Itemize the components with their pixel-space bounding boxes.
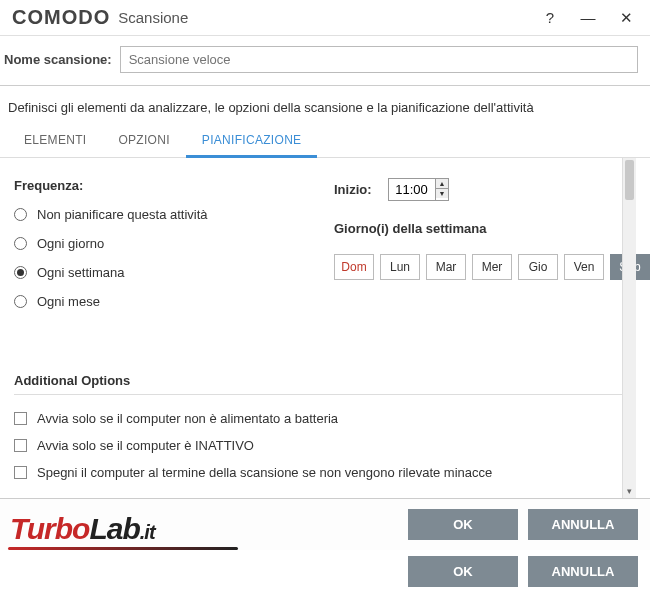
radio-weekly[interactable]: Ogni settimana <box>14 265 294 280</box>
radio-label: Ogni giorno <box>37 236 104 251</box>
weekdays-label: Giorno(i) della settimana <box>334 221 650 236</box>
window-controls: ? — ✕ <box>540 9 642 27</box>
weekdays-row: Dom Lun Mar Mer Gio Ven Sab <box>334 254 650 280</box>
spinner-up-icon[interactable]: ▲ <box>436 179 449 189</box>
radio-icon <box>14 208 27 221</box>
content-panel: Frequenza: Non pianificare questa attivi… <box>0 158 650 498</box>
radio-label: Ogni settimana <box>37 265 124 280</box>
additional-options-title: Additional Options <box>14 373 622 395</box>
start-time-spinner[interactable]: ▲ ▼ <box>388 178 450 201</box>
cancel-button[interactable]: ANNULLA <box>528 556 638 587</box>
option-idle[interactable]: Avvia solo se il computer è INATTIVO <box>14 432 622 459</box>
scan-name-input[interactable] <box>120 46 638 73</box>
radio-label: Ogni mese <box>37 294 100 309</box>
start-time-input[interactable] <box>389 179 435 200</box>
ok-button[interactable]: OK <box>408 509 518 540</box>
description-text: Definisci gli elementi da analizzare, le… <box>0 86 650 125</box>
scroll-down-icon[interactable]: ▾ <box>623 486 636 496</box>
radio-no-schedule[interactable]: Non pianificare questa attività <box>14 207 294 222</box>
dialog-footer: OK ANNULLA <box>0 498 650 550</box>
day-sunday[interactable]: Dom <box>334 254 374 280</box>
scrollbar[interactable]: ▴ ▾ <box>622 158 636 498</box>
option-shutdown[interactable]: Spegni il computer al termine della scan… <box>14 459 622 486</box>
tab-schedule[interactable]: PIANIFICAZIONE <box>186 125 318 158</box>
day-thursday[interactable]: Gio <box>518 254 558 280</box>
option-label: Spegni il computer al termine della scan… <box>37 465 492 480</box>
day-friday[interactable]: Ven <box>564 254 604 280</box>
radio-icon <box>14 266 27 279</box>
radio-icon <box>14 237 27 250</box>
option-label: Avvia solo se il computer è INATTIVO <box>37 438 254 453</box>
day-tuesday[interactable]: Mar <box>426 254 466 280</box>
titlebar: COMODO Scansione ? — ✕ <box>0 0 650 36</box>
tab-bar: ELEMENTI OPZIONI PIANIFICAZIONE <box>0 125 650 158</box>
checkbox-icon <box>14 412 27 425</box>
frequency-label: Frequenza: <box>14 178 294 193</box>
scan-name-label: Nome scansione: <box>4 52 112 67</box>
dialog-footer-secondary: OK ANNULLA <box>0 550 650 590</box>
option-battery[interactable]: Avvia solo se il computer non è alimenta… <box>14 405 622 432</box>
checkbox-icon <box>14 466 27 479</box>
scan-name-row: Nome scansione: <box>0 36 650 86</box>
radio-label: Non pianificare questa attività <box>37 207 208 222</box>
help-icon[interactable]: ? <box>540 9 560 27</box>
scrollbar-thumb[interactable] <box>625 160 634 200</box>
spinner-down-icon[interactable]: ▼ <box>436 189 449 198</box>
tab-options[interactable]: OPZIONI <box>102 125 185 157</box>
minimize-icon[interactable]: — <box>578 9 598 27</box>
radio-icon <box>14 295 27 308</box>
day-wednesday[interactable]: Mer <box>472 254 512 280</box>
day-monday[interactable]: Lun <box>380 254 420 280</box>
close-icon[interactable]: ✕ <box>616 9 636 27</box>
radio-daily[interactable]: Ogni giorno <box>14 236 294 251</box>
start-time-label: Inizio: <box>334 182 372 197</box>
window-title: Scansione <box>118 9 188 26</box>
watermark-underline <box>8 547 238 550</box>
tab-elements[interactable]: ELEMENTI <box>8 125 102 157</box>
ok-button[interactable]: OK <box>408 556 518 587</box>
radio-monthly[interactable]: Ogni mese <box>14 294 294 309</box>
checkbox-icon <box>14 439 27 452</box>
brand-logo: COMODO <box>12 6 110 29</box>
cancel-button[interactable]: ANNULLA <box>528 509 638 540</box>
option-label: Avvia solo se il computer non è alimenta… <box>37 411 338 426</box>
